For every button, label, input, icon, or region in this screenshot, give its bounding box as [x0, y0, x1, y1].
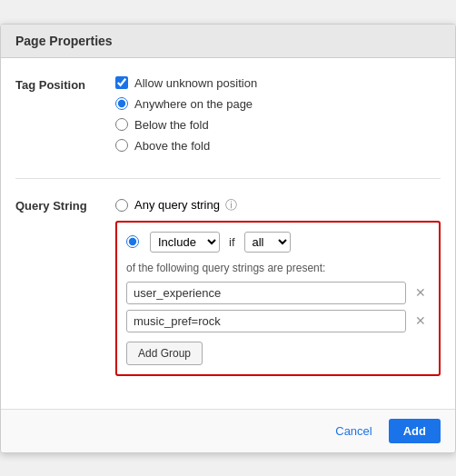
query-input-1[interactable] [126, 282, 406, 304]
query-string-box: Include Exclude if all any of the follow… [115, 221, 441, 376]
allow-unknown-checkbox[interactable] [115, 76, 128, 89]
remove-query-1-button[interactable]: ✕ [411, 284, 430, 301]
include-select[interactable]: Include Exclude [150, 232, 220, 253]
all-select[interactable]: all any [244, 232, 291, 253]
above-fold-label[interactable]: Above the fold [134, 139, 210, 153]
any-query-radio[interactable] [115, 199, 128, 212]
anywhere-radio[interactable] [115, 97, 128, 110]
add-group-button[interactable]: Add Group [126, 342, 203, 365]
dialog: Page Properties Tag Position Allow unkno… [0, 24, 456, 453]
dialog-footer: Cancel Add [1, 409, 455, 452]
any-query-row: Any query string ⓘ [115, 197, 441, 213]
help-icon[interactable]: ⓘ [225, 197, 237, 213]
anywhere-label[interactable]: Anywhere on the page [134, 97, 253, 111]
if-label: if [229, 235, 235, 249]
query-input-2[interactable] [126, 310, 406, 332]
dialog-header: Page Properties [1, 25, 455, 58]
cancel-button[interactable]: Cancel [326, 419, 381, 443]
tag-position-label: Tag Position [15, 76, 115, 160]
include-row: Include Exclude if all any [126, 232, 430, 253]
section-divider [15, 178, 441, 179]
include-radio[interactable] [126, 235, 139, 248]
query-string-label: Query String [15, 197, 115, 376]
dialog-title: Page Properties [15, 34, 113, 48]
below-fold-radio[interactable] [115, 118, 128, 131]
of-following-text: of the following query strings are prese… [126, 262, 430, 274]
add-button[interactable]: Add [389, 419, 441, 443]
query-input-row-1: ✕ [126, 282, 430, 304]
query-string-content: Any query string ⓘ Include Exclude if al… [115, 197, 441, 376]
query-input-row-2: ✕ [126, 310, 430, 332]
below-fold-row: Below the fold [115, 118, 441, 132]
allow-unknown-row: Allow unknown position [115, 76, 441, 90]
below-fold-label[interactable]: Below the fold [134, 118, 209, 132]
query-string-section: Query String Any query string ⓘ Include … [15, 197, 441, 376]
dialog-body: Tag Position Allow unknown position Anyw… [1, 58, 455, 409]
tag-position-content: Allow unknown position Anywhere on the p… [115, 76, 441, 160]
tag-position-section: Tag Position Allow unknown position Anyw… [15, 76, 441, 160]
remove-query-2-button[interactable]: ✕ [411, 312, 430, 329]
above-fold-row: Above the fold [115, 139, 441, 153]
above-fold-radio[interactable] [115, 139, 128, 152]
allow-unknown-label[interactable]: Allow unknown position [134, 76, 257, 90]
anywhere-row: Anywhere on the page [115, 97, 441, 111]
any-query-label[interactable]: Any query string [134, 198, 220, 212]
